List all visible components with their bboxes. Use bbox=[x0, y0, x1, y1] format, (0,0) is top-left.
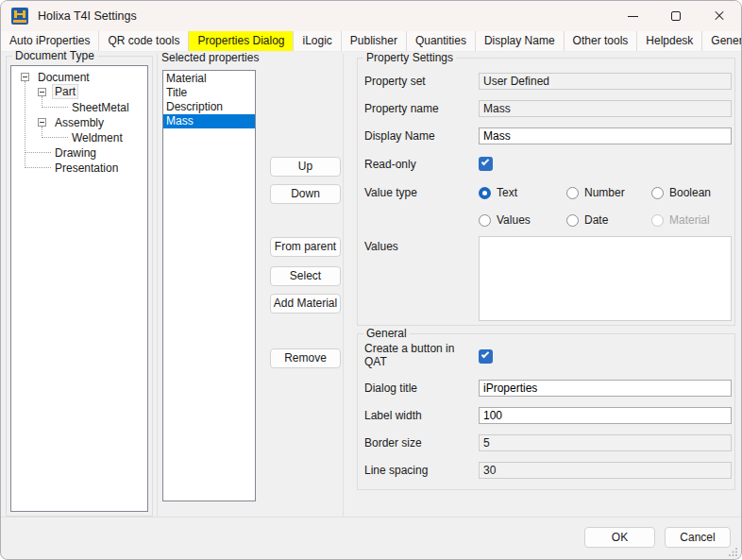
label-width-label: Label width bbox=[364, 407, 422, 424]
resize-grip[interactable] bbox=[729, 547, 738, 556]
document-type-group: Document Type Document Part Shee bbox=[6, 56, 153, 517]
tab-general[interactable]: General bbox=[702, 31, 742, 51]
close-icon bbox=[714, 10, 725, 22]
list-item-description[interactable]: Description bbox=[163, 100, 255, 114]
selected-properties-list: Material Title Description Mass bbox=[162, 70, 256, 501]
maximize-button[interactable] bbox=[654, 1, 698, 31]
up-button[interactable]: Up bbox=[270, 157, 341, 177]
collapse-icon[interactable] bbox=[38, 118, 46, 127]
collapse-icon[interactable] bbox=[38, 88, 46, 96]
title-bar: Holixa T4I Settings bbox=[1, 1, 741, 31]
value-type-radio-date[interactable]: Date bbox=[566, 212, 608, 228]
ok-button[interactable]: OK bbox=[584, 527, 655, 548]
create-qat-label: Create a button in QAT bbox=[364, 342, 473, 368]
tab-properties-dialog[interactable]: Properties Dialog bbox=[189, 31, 294, 51]
down-button[interactable]: Down bbox=[270, 184, 341, 204]
value-type-radio-values[interactable]: Values bbox=[479, 212, 531, 228]
radio-disabled-icon bbox=[651, 214, 664, 227]
tab-publisher[interactable]: Publisher bbox=[342, 31, 407, 51]
value-type-radio-material: Material bbox=[651, 212, 710, 228]
radio-icon bbox=[566, 187, 579, 199]
property-set-label: Property set bbox=[364, 73, 426, 90]
property-name-field: Mass bbox=[479, 100, 732, 117]
radio-icon bbox=[479, 214, 491, 227]
property-settings-group: Property Settings Property set User Defi… bbox=[357, 58, 735, 326]
list-item-title[interactable]: Title bbox=[163, 86, 255, 100]
tree-item-drawing[interactable]: Drawing bbox=[11, 145, 147, 161]
general-group-label: General bbox=[363, 328, 410, 340]
tab-page-properties-dialog: Document Type Document Part Shee bbox=[1, 52, 741, 517]
add-material-button[interactable]: Add Material bbox=[270, 294, 341, 314]
remove-button[interactable]: Remove bbox=[270, 348, 341, 368]
app-icon bbox=[11, 8, 28, 25]
read-only-label: Read-only bbox=[364, 156, 416, 173]
tab-ilogic[interactable]: iLogic bbox=[294, 31, 341, 51]
tree-item-part[interactable]: Part bbox=[11, 85, 147, 100]
tab-auto-iproperties[interactable]: Auto iProperties bbox=[1, 31, 99, 51]
value-type-radio-boolean[interactable]: Boolean bbox=[651, 185, 711, 200]
list-item-mass[interactable]: Mass bbox=[163, 114, 255, 128]
dialog-title-field[interactable] bbox=[479, 380, 732, 397]
value-type-label: Value type bbox=[364, 184, 417, 201]
radio-icon bbox=[651, 187, 664, 199]
read-only-checkbox[interactable] bbox=[479, 157, 493, 171]
display-name-label: Display Name bbox=[364, 127, 435, 144]
values-textarea[interactable] bbox=[479, 236, 732, 321]
border-size-label: Border size bbox=[364, 434, 422, 451]
display-name-field[interactable] bbox=[479, 127, 732, 144]
selected-properties-label: Selected properties bbox=[161, 52, 259, 64]
tab-strip: Auto iProperties QR code tools Propertie… bbox=[1, 31, 741, 52]
line-spacing-field: 30 bbox=[479, 462, 732, 479]
cancel-button[interactable]: Cancel bbox=[665, 527, 731, 548]
tree-item-document[interactable]: Document bbox=[11, 70, 147, 85]
tree-item-assembly[interactable]: Assembly bbox=[11, 115, 147, 130]
settings-window: Holixa T4I Settings Auto iProperties QR … bbox=[0, 0, 742, 560]
tab-other-tools[interactable]: Other tools bbox=[565, 31, 638, 51]
document-type-group-label: Document Type bbox=[12, 50, 97, 62]
check-icon bbox=[481, 158, 489, 165]
footer-bar: OK Cancel bbox=[1, 517, 741, 559]
value-type-radio-number[interactable]: Number bbox=[566, 185, 625, 200]
minimize-icon bbox=[628, 16, 638, 17]
label-width-field[interactable] bbox=[479, 407, 732, 424]
collapse-icon[interactable] bbox=[21, 73, 29, 81]
value-type-radio-text[interactable]: Text bbox=[479, 185, 517, 200]
tree-item-weldment[interactable]: Weldment bbox=[11, 130, 147, 145]
line-spacing-label: Line spacing bbox=[364, 462, 428, 479]
tab-quantities[interactable]: Quantities bbox=[407, 31, 476, 51]
property-settings-group-label: Property Settings bbox=[363, 52, 456, 64]
create-qat-checkbox[interactable] bbox=[479, 349, 493, 364]
property-name-label: Property name bbox=[364, 100, 439, 117]
values-label: Values bbox=[364, 238, 398, 255]
window-title: Holixa T4I Settings bbox=[38, 9, 137, 23]
radio-selected-icon bbox=[479, 187, 491, 199]
general-group: General Create a button in QAT Dialog ti… bbox=[357, 333, 735, 490]
select-button[interactable]: Select bbox=[270, 266, 341, 286]
panel-divider bbox=[157, 54, 158, 517]
maximize-icon bbox=[671, 11, 681, 21]
border-size-field: 5 bbox=[479, 434, 732, 451]
radio-icon bbox=[566, 214, 579, 227]
panel-divider bbox=[343, 54, 344, 517]
tree-item-presentation[interactable]: Presentation bbox=[11, 161, 147, 176]
tab-helpdesk[interactable]: Helpdesk bbox=[637, 31, 702, 51]
from-parent-button[interactable]: From parent bbox=[270, 237, 341, 257]
property-set-field: User Defined bbox=[479, 73, 732, 90]
close-button[interactable] bbox=[698, 1, 741, 31]
minimize-button[interactable] bbox=[611, 1, 654, 31]
dialog-title-label: Dialog title bbox=[364, 380, 417, 397]
document-type-tree: Document Part SheetMetal Assembly Weldme… bbox=[10, 65, 148, 512]
tab-qr-code-tools[interactable]: QR code tools bbox=[99, 31, 189, 51]
tab-display-name[interactable]: Display Name bbox=[476, 31, 565, 51]
tree-item-sheetmetal[interactable]: SheetMetal bbox=[11, 100, 147, 115]
list-item-material[interactable]: Material bbox=[163, 72, 255, 86]
check-icon bbox=[481, 350, 489, 358]
